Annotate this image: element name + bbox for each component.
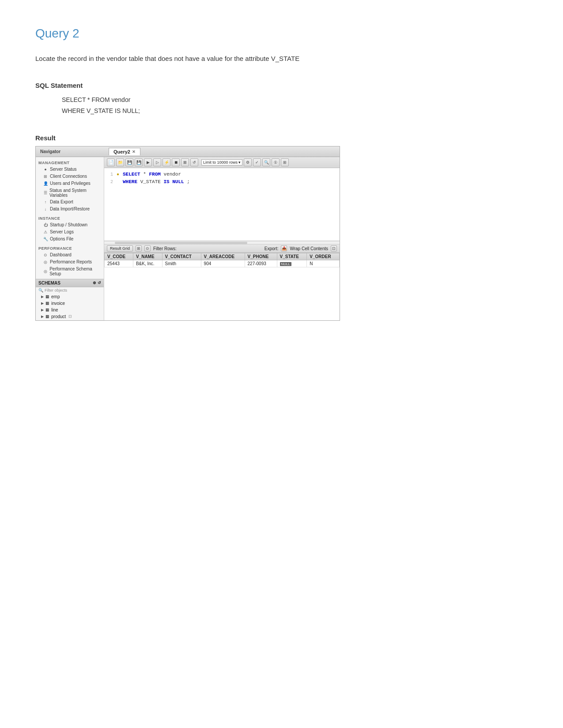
table-row: 25443 B&K, Inc. Smith 904 227-0093 NULL … <box>105 260 340 267</box>
nav-users-privileges[interactable]: 👤 Users and Privileges <box>36 180 104 187</box>
filter-rows-label: Filter Rows: <box>153 246 177 251</box>
management-section-label: MANAGEMENT <box>36 159 104 166</box>
table-icon: ▦ <box>45 314 49 319</box>
result-grid-button[interactable]: Result Grid <box>107 245 133 251</box>
stop-button[interactable]: ⏹ <box>172 158 180 166</box>
expand-icon: ▶ <box>41 308 44 312</box>
refresh-button[interactable]: ↺ <box>190 158 198 166</box>
result-tool-2[interactable]: ⊙ <box>144 245 151 251</box>
col-header-v-code: V_CODE <box>105 253 133 260</box>
is-keyword: IS <box>163 179 169 184</box>
table-icon: ▦ <box>45 301 49 305</box>
instance-section-label: INSTANCE <box>36 214 104 221</box>
export-button[interactable]: 📤 <box>281 245 287 251</box>
editor-line-1: 1 ● SELECT * FROM vendor <box>108 171 336 179</box>
schema-invoice[interactable]: ▶ ▦ invoice <box>36 300 104 307</box>
save-as-button[interactable]: 💾 <box>135 158 143 166</box>
wrap-button[interactable]: ⊡ <box>331 245 337 251</box>
wb-query-toolbar: 📄 📁 💾 💾 ▶ ▷ ⚡ ⏹ ⊠ ↺ Limit to 10000 rows … <box>104 157 340 168</box>
cell-v-code: 25443 <box>105 260 133 267</box>
nav-logs-label: Server Logs <box>50 229 74 234</box>
nav-server-logs[interactable]: ⚠ Server Logs <box>36 229 104 236</box>
explain-button[interactable]: ⚡ <box>162 158 170 166</box>
semicolon: ; <box>187 179 190 184</box>
nav-import-label: Data Import/Restore <box>50 206 90 211</box>
condition: V_STATE <box>140 179 164 184</box>
schema-filter[interactable]: 🔍 Filter objects <box>36 287 104 293</box>
line-number-2: 2 <box>108 178 113 186</box>
nav-perf-schema-label: Performance Schema Setup <box>49 266 101 276</box>
nav-startup-label: Startup / Shutdown <box>50 222 87 227</box>
line-dot-1: ● <box>117 171 119 178</box>
schema-emp[interactable]: ▶ ▦ emp <box>36 293 104 300</box>
scroll-indicator: ⊡ <box>68 314 72 319</box>
horizontal-scrollbar[interactable] <box>104 241 340 244</box>
zoom-button[interactable]: 🔍 <box>262 158 270 166</box>
expand-button[interactable]: ⊞ <box>281 158 289 166</box>
schema-emp-label: emp <box>51 294 60 299</box>
query-tab[interactable]: Query2 ✕ <box>109 148 140 155</box>
schema-line[interactable]: ▶ ▦ line <box>36 307 104 313</box>
line-number-1: 1 <box>108 171 113 178</box>
save-button[interactable]: 💾 <box>125 158 133 166</box>
col-header-v-order: V_ORDER <box>307 253 340 260</box>
check-button[interactable]: ✓ <box>253 158 261 166</box>
result-tool-1[interactable]: ⊞ <box>136 245 142 251</box>
star-op: * <box>143 172 149 177</box>
null-badge: NULL <box>280 262 291 266</box>
result-section-label: Result <box>35 134 528 142</box>
info-button[interactable]: ① <box>272 158 280 166</box>
limit-select[interactable]: Limit to 10000 rows ▾ <box>201 159 242 165</box>
import-icon: ↓ <box>43 206 48 212</box>
scroll-bar-thumb <box>115 242 247 244</box>
schema-vendor[interactable]: ▶ ▦ vendor <box>36 320 104 320</box>
variables-icon: ☰ <box>43 190 48 195</box>
cell-v-state: NULL <box>277 260 307 267</box>
nav-performance-schema[interactable]: ◎ Performance Schema Setup <box>36 266 104 277</box>
server-status-icon: ● <box>43 167 48 172</box>
run-button[interactable]: ▶ <box>144 158 152 166</box>
nav-performance-reports[interactable]: ◎ Performance Reports <box>36 259 104 266</box>
col-header-v-state: V_STATE <box>277 253 307 260</box>
new-tab-button[interactable]: 📄 <box>107 158 115 166</box>
nav-server-status[interactable]: ● Server Status <box>36 166 104 173</box>
export-icon: ↑ <box>43 199 48 205</box>
result-grid-toolbar: Result Grid ⊞ ⊙ Filter Rows: Export: 📤 W… <box>104 244 340 253</box>
performance-section-label: PERFORMANCE <box>36 244 104 251</box>
workbench-screenshot: Navigator Query2 ✕ MANAGEMENT ● Server S… <box>35 146 340 321</box>
schema-product-label: product <box>51 314 66 319</box>
toggle-button[interactable]: ⊠ <box>181 158 189 166</box>
open-button[interactable]: 📁 <box>116 158 124 166</box>
result-table: V_CODE V_NAME V_CONTACT V_AREACODE V_PHO… <box>104 253 340 267</box>
wb-body: MANAGEMENT ● Server Status ⊞ Client Conn… <box>36 157 340 320</box>
run-sel-button[interactable]: ▷ <box>153 158 161 166</box>
nav-options-file[interactable]: 🔧 Options File <box>36 236 104 243</box>
col-header-v-name: V_NAME <box>133 253 162 260</box>
wb-editor[interactable]: 1 ● SELECT * FROM vendor 2 ● W <box>104 168 340 241</box>
schema-product[interactable]: ▶ ▦ product ⊡ <box>36 313 104 320</box>
cell-v-phone: 227-0093 <box>245 260 277 267</box>
logs-icon: ⚠ <box>43 229 48 235</box>
nav-startup-shutdown[interactable]: ⏻ Startup / Shutdown <box>36 221 104 229</box>
nav-data-export[interactable]: ↑ Data Export <box>36 199 104 206</box>
result-section: Result Navigator Query2 ✕ MANAGEMENT ● S… <box>35 134 528 321</box>
tab-close-icon[interactable]: ✕ <box>132 150 136 154</box>
nav-perf-reports-label: Performance Reports <box>50 259 92 264</box>
sql-section: SQL Statement SELECT * FROM vendor WHERE… <box>35 82 528 116</box>
tab-label: Query2 <box>113 149 130 154</box>
schemas-header: SCHEMAS ⊕ ↺ <box>36 279 104 287</box>
table-icon: ▦ <box>45 308 49 312</box>
cell-v-order: N <box>307 260 340 267</box>
expand-icon: ▶ <box>41 295 44 299</box>
editor-code-1: SELECT * FROM vendor <box>123 171 336 179</box>
dashboard-icon: ⊙ <box>43 252 48 258</box>
settings-button[interactable]: ⚙ <box>244 158 252 166</box>
schema-invoice-label: invoice <box>51 301 65 306</box>
from-keyword: FROM <box>149 172 160 177</box>
nav-dashboard[interactable]: ⊙ Dashboard <box>36 251 104 259</box>
nav-client-connections[interactable]: ⊞ Client Connections <box>36 173 104 180</box>
nav-status-variables[interactable]: ☰ Status and System Variables <box>36 187 104 199</box>
nav-data-import[interactable]: ↓ Data Import/Restore <box>36 206 104 213</box>
page-title: Query 2 <box>35 26 528 41</box>
nav-export-label: Data Export <box>50 199 73 204</box>
